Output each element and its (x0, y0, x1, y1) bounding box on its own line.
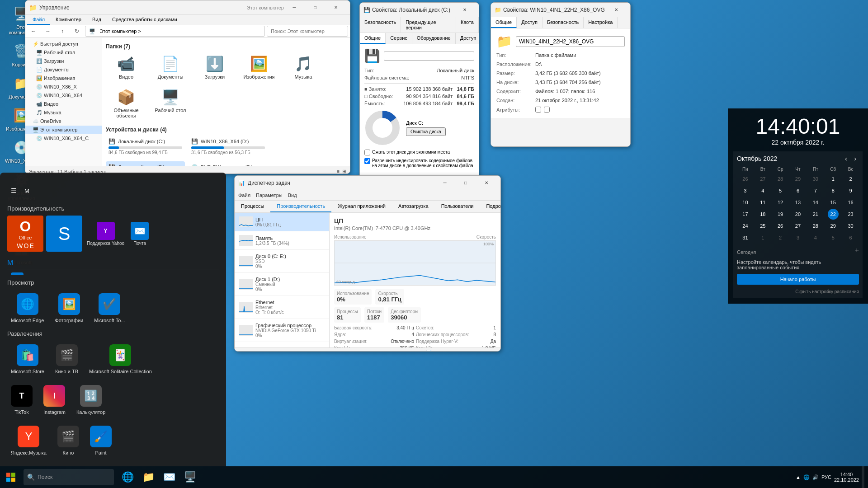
mail-tile[interactable]: ✉️ Почта (129, 216, 151, 252)
sm-browse-todo[interactable]: ✔️ Microsoft To... (90, 290, 128, 327)
yahoo-tile[interactable]: Y Поддержка Yahoo (85, 216, 126, 252)
sidebar-item-desktop[interactable]: 🖥️ Рабочий стол (25, 48, 102, 57)
disk-f[interactable]: 💿 DVD RW дисковод (F:) (189, 161, 268, 166)
prev-month-button[interactable]: ‹ (842, 154, 850, 163)
disk-tab-service[interactable]: Сервис (386, 33, 412, 44)
close-button-tm[interactable]: ✕ (476, 176, 497, 190)
tm-tab-apphistory[interactable]: Журнал приложений (331, 201, 392, 212)
forward-button[interactable]: → (42, 26, 54, 37)
folder-item-3d[interactable]: 📦 Объемные объекты (106, 86, 146, 121)
sm-hamburger[interactable]: ☰ (7, 180, 20, 202)
cal-day-4[interactable]: 4 (757, 185, 768, 196)
lang-indicator[interactable]: РУС (821, 474, 831, 480)
sidebar-item-video[interactable]: 📹 Видео (25, 100, 102, 108)
cal-day-29-sep[interactable]: 29 (793, 174, 803, 184)
disk-e[interactable]: 💾 Локальный диск (E:) 51,1 ГБ свободно и… (106, 161, 185, 166)
sidebar-item-win10-3[interactable]: 💿 WIN10_X86_X64_C (25, 134, 102, 143)
tm-menu-params[interactable]: Параметры (256, 191, 283, 199)
cal-day-14[interactable]: 14 (810, 197, 821, 208)
cal-day-20[interactable]: 20 (793, 209, 803, 220)
cal-day-9[interactable]: 9 (845, 185, 856, 196)
cal-day-6-nov[interactable]: 6 (845, 232, 856, 243)
address-bar[interactable]: 🖥️ Этот компьютер > (85, 26, 265, 37)
fp-attr-readonly[interactable] (535, 107, 541, 113)
sm-app-tiktok[interactable]: T TikTok (7, 381, 36, 418)
cal-day-27-sep[interactable]: 27 (757, 174, 768, 184)
sound-icon[interactable]: 🔊 (812, 474, 819, 480)
cal-day-5[interactable]: 5 (775, 185, 786, 196)
taskbar-app-mail[interactable]: ✉️ (159, 467, 179, 487)
disk-d[interactable]: 💾 WIN10_X86_X64 (D:) 31,6 ГБ свободно из… (189, 136, 268, 158)
disk-c[interactable]: 💾 Локальный диск (C:) 84,6 ГБ свободно и… (106, 136, 185, 158)
folder-item-documents[interactable]: 📄 Документы (150, 52, 191, 82)
sidebar-item-images[interactable]: 🖼️ Изображения (25, 74, 102, 83)
sidebar-item-quickaccess[interactable]: ⚡ Быстрый доступ (25, 40, 102, 48)
cal-day-1[interactable]: 1 (828, 174, 839, 184)
sm-app-instagram[interactable]: I Instagram (40, 381, 69, 418)
folder-tab-settings[interactable]: Настройка (584, 17, 618, 28)
index-checkbox[interactable] (364, 158, 370, 164)
cal-day-5-nov[interactable]: 5 (828, 232, 839, 243)
taskbar-app-edge[interactable]: 🌐 (118, 467, 137, 487)
clean-disk-button[interactable]: Очистка диска (406, 127, 446, 136)
cal-day-4-nov[interactable]: 4 (810, 232, 821, 243)
maximize-button-tm[interactable]: □ (455, 176, 476, 190)
disk-tab-quota[interactable]: Квота (456, 17, 479, 33)
disk-tab-access[interactable]: Доступ (456, 33, 479, 44)
cal-day-30[interactable]: 30 (845, 221, 856, 231)
folder-item-music[interactable]: 🎵 Музыка (283, 52, 324, 82)
skype-tile[interactable]: S (46, 216, 82, 252)
folder-item-desktop[interactable]: 🖥️ Рабочий стол (150, 86, 191, 121)
taskbar-search-box[interactable]: 🔍 Поиск (24, 469, 114, 485)
cal-day-13[interactable]: 13 (793, 197, 803, 208)
folder-tab-security[interactable]: Безопасность (542, 17, 584, 28)
minimize-button-tm[interactable]: ─ (434, 176, 455, 190)
cal-day-30-sep[interactable]: 30 (810, 174, 821, 184)
cal-day-7[interactable]: 7 (810, 185, 821, 196)
taskbar-app-explorer[interactable]: 📁 (138, 467, 158, 487)
list-view-icon[interactable]: ≡ (337, 169, 340, 174)
grid-view-icon[interactable]: ⊞ (342, 169, 346, 174)
tm-item-disk1[interactable]: Диск 1 (D:) Сменный 0% (235, 273, 329, 296)
cal-day-8[interactable]: 8 (828, 185, 839, 196)
sidebar-item-win10-1[interactable]: 💿 WIN10_X86_X (25, 83, 102, 91)
tm-menu-file[interactable]: Файл (238, 191, 250, 199)
tm-menu-view[interactable]: Вид (288, 191, 297, 199)
cal-day-2-nov[interactable]: 2 (775, 232, 786, 243)
cal-day-6[interactable]: 6 (793, 185, 803, 196)
disk-tab-general[interactable]: Общие (360, 33, 386, 44)
sidebar-item-thispc[interactable]: 🖥️ Этот компьютер (25, 126, 102, 134)
sm-ent-store[interactable]: 🛍️ Microsoft Store (7, 341, 48, 378)
tm-item-memory[interactable]: Память 1,2/3,5 ГБ (34%) (235, 231, 329, 250)
cal-day-28-sep[interactable]: 28 (775, 174, 786, 184)
disk-tab-security[interactable]: Безопасность (360, 17, 401, 33)
taskbar-app-monitor[interactable]: 🖥️ (180, 467, 200, 487)
tm-tab-users[interactable]: Пользователи (435, 201, 480, 212)
cal-day-12[interactable]: 12 (775, 197, 786, 208)
close-button-fe[interactable]: ✕ (326, 0, 346, 15)
sidebar-item-win10-2[interactable]: 💿 WIN10_X86_X64 (25, 91, 102, 100)
sm-ent-movies[interactable]: 🎬 Кино и ТВ (52, 341, 82, 378)
cal-day-24[interactable]: 24 (740, 221, 750, 231)
minimize-button-fe[interactable]: ─ (284, 0, 305, 15)
sidebar-item-documents[interactable]: 📄 Документы (25, 66, 102, 74)
folder-item-images[interactable]: 🖼️ Изображения (239, 52, 279, 82)
start-work-button[interactable]: Начало работы (737, 274, 859, 285)
sm-app-edge[interactable]: 🌐 Microsoft Edge (7, 270, 219, 275)
sm-app-paint2[interactable]: 🖌️ Paint (86, 422, 115, 459)
cal-day-22-today[interactable]: 22 (828, 209, 839, 220)
close-button-fp[interactable]: ✕ (606, 3, 627, 17)
tm-less-button[interactable]: ◀ Меньше (238, 350, 263, 352)
folder-tab-access[interactable]: Доступ (517, 17, 542, 28)
taskbar-clock[interactable]: 14:40 22.10.2022 (834, 472, 859, 483)
fe-tab-file[interactable]: Файл (27, 15, 50, 25)
folder-name-input[interactable] (516, 36, 625, 47)
tm-tab-startup[interactable]: Автозагрузка (392, 201, 435, 212)
hide-schedule-button[interactable]: Скрыть настройку расписания (795, 289, 859, 294)
cal-day-28[interactable]: 28 (810, 221, 821, 231)
up-button[interactable]: ↑ (56, 26, 69, 37)
disk-name-input[interactable] (384, 52, 474, 61)
tm-tab-performance[interactable]: Производительность (270, 201, 331, 212)
disk-tab-prev[interactable]: Предыдущие версии (401, 17, 456, 33)
cal-day-1-nov[interactable]: 1 (757, 232, 768, 243)
